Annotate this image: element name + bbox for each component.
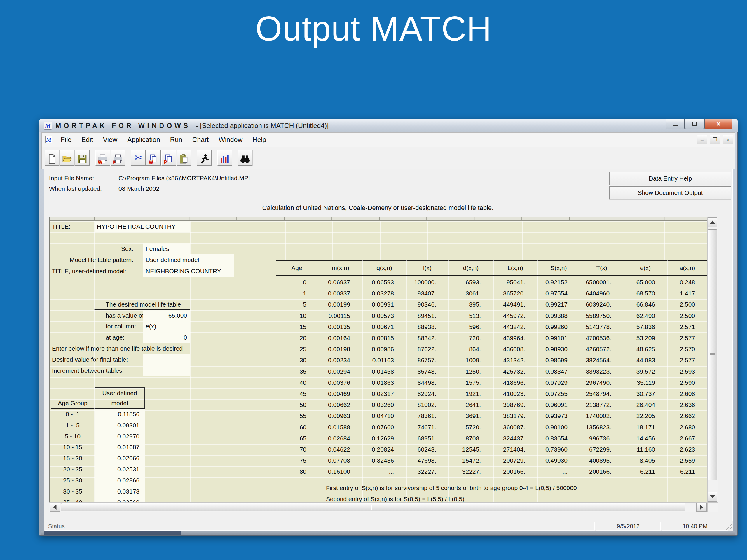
has-value-input[interactable]: 65.000 xyxy=(143,310,190,321)
print-button[interactable]: W xyxy=(96,150,110,166)
age-group-value: 0.02066 xyxy=(96,453,143,464)
vertical-scrollbar[interactable] xyxy=(707,217,718,502)
new-document-button[interactable] xyxy=(45,150,59,166)
window-title-document: - [Selected application is MATCH (Untitl… xyxy=(196,122,329,130)
at-age-input[interactable]: 0 xyxy=(143,332,190,343)
life-table-cell: 0.12629 xyxy=(362,433,406,444)
title-input[interactable]: HYPOTHETICAL COUNTRY xyxy=(95,221,190,233)
menu-item-file[interactable]: File xyxy=(56,133,76,147)
life-table-cell: 53.209 xyxy=(624,332,667,344)
life-table-cell: 68.570 xyxy=(624,288,667,299)
print-preview-button[interactable] xyxy=(110,150,125,166)
scroll-up-button[interactable] xyxy=(708,217,717,227)
data-entry-help-button[interactable]: Data Entry Help xyxy=(609,172,731,185)
life-table-cell: 0.01458 xyxy=(362,366,406,377)
life-table-cell: 88938. xyxy=(406,321,448,332)
life-table-cell: 2.623 xyxy=(667,444,707,455)
paste-icon xyxy=(177,154,191,164)
window-titlebar[interactable]: M MORTPAK FOR WINDOWS - [Selected applic… xyxy=(39,119,738,132)
life-table-cell: 0.06593 xyxy=(362,277,406,288)
life-table-cell: 57.836 xyxy=(624,321,667,332)
age-group-value: 0.03560 xyxy=(96,497,143,502)
life-table-cell: 0.97929 xyxy=(538,377,580,388)
mdi-minimize-button[interactable]: – xyxy=(697,135,707,144)
mdi-child-icon: M xyxy=(45,136,52,143)
life-table-cell: 596. xyxy=(448,321,493,332)
age-group-cell: 35 - 40 xyxy=(51,497,95,502)
life-table-cell: 2.571 xyxy=(667,321,707,332)
mdi-close-button[interactable]: × xyxy=(723,135,733,144)
increment-input[interactable] xyxy=(143,365,190,376)
menu-item-view[interactable]: View xyxy=(98,133,122,147)
find-button[interactable] xyxy=(238,150,252,166)
life-table-cell: 0.03278 xyxy=(362,288,406,299)
menu-item-edit[interactable]: Edit xyxy=(76,133,98,147)
life-table-cell: 2.593 xyxy=(667,366,707,377)
menu-item-window[interactable]: Window xyxy=(213,133,248,147)
copy-special-button[interactable]: P xyxy=(161,150,176,166)
life-table-cell: 864. xyxy=(448,344,493,355)
menu-item-help[interactable]: Help xyxy=(248,133,271,147)
menu-item-run[interactable]: Run xyxy=(165,133,187,147)
life-table-cell: 5 xyxy=(275,299,319,310)
life-table-cell: 271404. xyxy=(493,444,538,455)
scroll-right-button[interactable] xyxy=(696,503,707,512)
menu-item-chart[interactable]: Chart xyxy=(187,133,213,147)
maximize-button[interactable] xyxy=(685,119,704,130)
life-table-cell: 0.00376 xyxy=(319,377,362,388)
for-column-input[interactable]: e(x) xyxy=(143,321,190,332)
cut-button[interactable]: ✂ xyxy=(131,150,146,166)
run-button[interactable] xyxy=(197,150,211,166)
life-table-cell: 383179. xyxy=(493,410,538,422)
life-table-cell: 3393223. xyxy=(580,366,624,377)
minimize-button[interactable] xyxy=(666,119,685,130)
save-button[interactable] xyxy=(75,150,89,166)
chart-icon xyxy=(218,154,232,164)
copy-special-icon: P xyxy=(162,154,176,164)
life-table-cell: 15472. xyxy=(448,455,493,466)
svg-text:W: W xyxy=(149,160,153,164)
open-folder-button[interactable] xyxy=(60,150,74,166)
maximize-icon xyxy=(692,122,697,126)
life-table-cell: 60243. xyxy=(406,444,448,455)
vertical-scroll-thumb[interactable] xyxy=(708,229,717,480)
life-table-cell: 445972. xyxy=(493,310,538,321)
life-table-cell: 3824564. xyxy=(580,355,624,366)
menu-item-application[interactable]: Application xyxy=(122,133,165,147)
life-table-row: 250.001980.0098687622.864.436008.0.98930… xyxy=(275,344,707,355)
scroll-down-button[interactable] xyxy=(708,492,717,502)
arrow-left-icon xyxy=(53,505,57,510)
sex-input[interactable]: Females xyxy=(143,243,190,254)
life-table-column-header: m(x,n) xyxy=(319,261,362,275)
scroll-left-button[interactable] xyxy=(50,503,60,512)
paste-button[interactable] xyxy=(177,150,191,166)
print-preview-icon xyxy=(111,154,125,164)
life-table-cell: 2967490. xyxy=(580,377,624,388)
pattern-input[interactable]: User-defined model xyxy=(143,254,234,266)
life-table-cell: 6039240. xyxy=(580,299,624,310)
life-table-cell: 410023. xyxy=(493,388,538,399)
horizontal-scrollbar[interactable] xyxy=(49,502,707,512)
life-table-footnote: First entry of S(x,n) is for survivorshi… xyxy=(326,484,577,492)
toolbar: W✂WP xyxy=(42,147,735,168)
close-button[interactable]: × xyxy=(704,119,732,130)
grid-vertical-line xyxy=(143,221,143,502)
show-document-output-button[interactable]: Show Document Output xyxy=(609,186,731,199)
life-table-cell: 0.49930 xyxy=(538,455,580,466)
scrollbar-corner xyxy=(707,502,718,512)
mdi-restore-button[interactable]: ❐ xyxy=(710,135,720,144)
life-table-cell: 2.570 xyxy=(667,344,707,355)
life-table-cell: 70 xyxy=(275,444,319,455)
chart-button[interactable] xyxy=(217,150,232,166)
input-file-value: C:\Program Files (x86)\MORTPAK4\Untitled… xyxy=(119,174,252,183)
horizontal-scroll-thumb[interactable] xyxy=(61,503,686,511)
copy-button[interactable]: W xyxy=(146,150,161,166)
final-table-input[interactable] xyxy=(143,354,190,365)
userdef-title-input[interactable]: NEIGHBORING COUNTRY xyxy=(143,266,234,277)
life-table-cell: 431342. xyxy=(493,355,538,366)
life-table-cell: 47698. xyxy=(406,455,448,466)
age-group-cell: 20 - 25 xyxy=(51,464,95,475)
life-table-cell: 0.32436 xyxy=(362,455,406,466)
life-table-cell: 80 xyxy=(275,466,319,477)
life-table-column-header: d(x,n) xyxy=(448,261,493,275)
